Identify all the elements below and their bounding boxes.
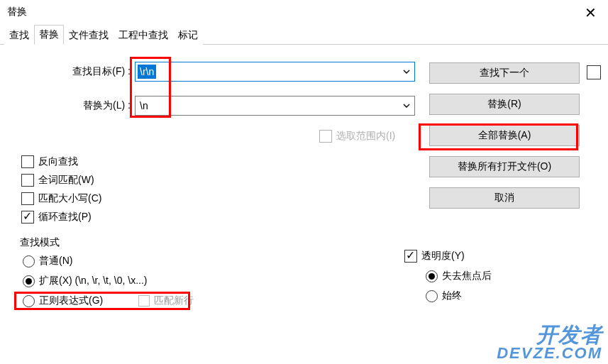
mode-regex-row: 正则表达式(G) 匹配新行 [23, 294, 601, 307]
tab-mark[interactable]: 标记 [173, 26, 203, 45]
replace-button[interactable]: 替换(R) [429, 94, 580, 115]
mode-normal-radio[interactable] [23, 255, 35, 268]
transparency-row: 透明度(Y) [404, 250, 492, 263]
backward-checkbox[interactable] [21, 155, 34, 168]
transp-always-label: 始终 [442, 289, 462, 302]
transp-losefocus-label: 失去焦点后 [442, 270, 492, 282]
tab-find-in-files[interactable]: 文件查找 [64, 26, 114, 45]
mode-group-label: 查找模式 [20, 236, 601, 249]
replace-combo[interactable]: \n [135, 96, 415, 116]
transp-always-radio[interactable] [426, 290, 438, 302]
matchcase-checkbox[interactable] [21, 192, 34, 205]
transp-losefocus-row: 失去焦点后 [426, 270, 492, 282]
transparency-checkbox[interactable] [404, 250, 417, 263]
transparency-group: 透明度(Y) 失去焦点后 始终 [404, 250, 492, 309]
tab-bar: 查找 替换 文件查找 工程中查找 标记 [0, 24, 608, 45]
mode-group: 普通(N) 扩展(X) (\n, \r, \t, \0, \x...) 正则表达… [23, 255, 601, 307]
mode-normal-label: 普通(N) [39, 255, 72, 268]
match-newline-label: 匹配新行 [154, 294, 194, 307]
backward-label: 反向查找 [38, 155, 78, 168]
button-column: 查找下一个 替换(R) 全部替换(A) 替换所有打开文件(O) 取消 [429, 62, 580, 219]
tab-find-in-project[interactable]: 工程中查找 [114, 26, 173, 45]
transparency-label: 透明度(Y) [421, 250, 465, 263]
replace-input-text[interactable]: \n [136, 100, 153, 111]
cancel-button[interactable]: 取消 [429, 187, 580, 209]
mode-normal-row: 普通(N) [23, 255, 601, 268]
chevron-down-icon[interactable] [399, 96, 414, 115]
title-bar: 替换 ✕ [0, 0, 608, 24]
tab-replace[interactable]: 替换 [34, 25, 64, 45]
watermark: 开发者 DEVZE.COM [497, 324, 602, 361]
close-icon[interactable]: ✕ [579, 3, 602, 23]
window-title: 替换 [7, 6, 27, 18]
in-selection-checkbox [319, 130, 332, 143]
aux-checkbox[interactable] [587, 65, 601, 79]
chevron-down-icon[interactable] [399, 62, 414, 81]
mode-regex-radio[interactable] [23, 295, 35, 307]
find-label: 查找目标(F) : [7, 65, 135, 78]
watermark-line1: 开发者 [497, 324, 602, 346]
mode-regex-label: 正则表达式(G) [39, 294, 103, 307]
match-newline-checkbox [138, 295, 150, 307]
wrap-label: 循环查找(P) [38, 211, 92, 224]
matchcase-label: 匹配大小写(C) [38, 192, 101, 205]
replace-all-open-button[interactable]: 替换所有打开文件(O) [429, 156, 580, 177]
replace-label: 替换为(L) : [7, 99, 135, 112]
mode-extended-row: 扩展(X) (\n, \r, \t, \0, \x...) [23, 275, 601, 287]
find-combo[interactable]: \r\n [135, 62, 415, 82]
wholeword-checkbox[interactable] [21, 174, 34, 187]
transp-losefocus-radio[interactable] [426, 270, 438, 282]
wholeword-label: 全词匹配(W) [38, 174, 94, 187]
transp-always-row: 始终 [426, 289, 492, 302]
in-selection-label: 选取范围内(I) [336, 130, 395, 143]
replace-all-button[interactable]: 全部替换(A) [429, 125, 580, 146]
watermark-line2: DEVZE.COM [497, 346, 602, 361]
mode-extended-label: 扩展(X) (\n, \r, \t, \0, \x...) [39, 275, 147, 287]
find-next-button[interactable]: 查找下一个 [429, 62, 580, 84]
mode-extended-radio[interactable] [23, 275, 35, 287]
tab-find[interactable]: 查找 [4, 26, 34, 45]
wrap-checkbox[interactable] [21, 211, 34, 224]
find-input-text[interactable]: \r\n [138, 65, 156, 79]
